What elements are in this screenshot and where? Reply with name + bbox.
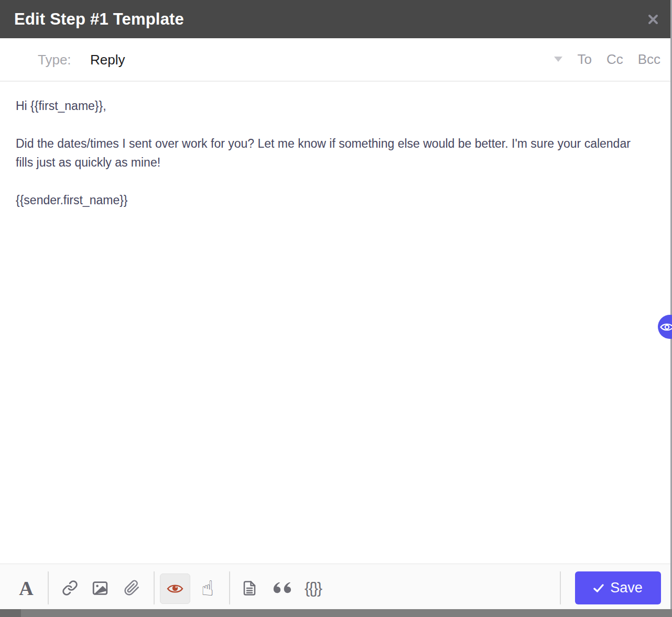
toolbar-divider bbox=[48, 571, 49, 604]
quote-icon bbox=[272, 581, 291, 594]
type-row: Type: Reply To Cc Bcc bbox=[0, 38, 672, 82]
toolbar-divider bbox=[560, 571, 561, 604]
eye-preview-icon bbox=[660, 322, 672, 332]
scrollbar-thumb[interactable] bbox=[0, 609, 21, 617]
recipients-dropdown-button[interactable] bbox=[554, 57, 562, 62]
image-icon bbox=[91, 579, 109, 597]
preview-mode-button[interactable] bbox=[160, 574, 190, 604]
editor-greeting-line: Hi {{first_name}}, bbox=[16, 96, 641, 115]
insert-variable-button[interactable]: {{}} bbox=[296, 571, 330, 604]
insert-image-button[interactable] bbox=[90, 571, 111, 604]
font-style-button[interactable]: A bbox=[16, 571, 37, 604]
link-icon bbox=[62, 580, 78, 596]
eye-icon bbox=[167, 583, 183, 594]
editor-toolbar: A bbox=[0, 564, 672, 609]
chevron-down-icon bbox=[554, 57, 562, 62]
insert-link-button[interactable] bbox=[60, 571, 79, 604]
type-select-value[interactable]: Reply bbox=[90, 51, 125, 68]
insert-template-button[interactable] bbox=[240, 571, 259, 604]
horizontal-scrollbar[interactable] bbox=[0, 609, 672, 617]
attachment-button[interactable] bbox=[121, 571, 142, 604]
toolbar-divider bbox=[154, 571, 155, 604]
save-button[interactable]: Save bbox=[575, 571, 661, 604]
check-icon bbox=[593, 583, 604, 593]
paperclip-icon bbox=[124, 580, 140, 596]
type-label: Type: bbox=[38, 51, 71, 68]
modal-title: Edit Step #1 Template bbox=[14, 10, 184, 29]
to-link[interactable]: To bbox=[577, 51, 591, 68]
hand-pointer-icon: ☝ bbox=[201, 578, 214, 599]
toolbar-divider bbox=[229, 571, 230, 604]
recipient-controls: To Cc Bcc bbox=[554, 38, 660, 81]
font-icon: A bbox=[19, 578, 33, 598]
document-icon bbox=[242, 580, 257, 597]
editor-signature-line: {{sender.first_name}} bbox=[16, 191, 641, 210]
braces-variables-icon: {{}} bbox=[305, 579, 321, 597]
insert-quote-button[interactable] bbox=[269, 571, 294, 604]
modal-header: Edit Step #1 Template bbox=[0, 0, 672, 38]
save-button-label: Save bbox=[610, 580, 643, 596]
pointer-action-button[interactable]: ☝ bbox=[196, 571, 219, 604]
close-button[interactable] bbox=[643, 9, 664, 30]
cc-link[interactable]: Cc bbox=[606, 51, 623, 68]
template-body-editor[interactable]: Hi {{first_name}}, Did the dates/times I… bbox=[0, 83, 672, 564]
bcc-link[interactable]: Bcc bbox=[638, 51, 660, 68]
edit-template-modal: Edit Step #1 Template Type: Reply To bbox=[0, 0, 672, 617]
editor-paragraph: Did the dates/times I sent over work for… bbox=[16, 134, 641, 172]
close-icon bbox=[647, 14, 659, 25]
